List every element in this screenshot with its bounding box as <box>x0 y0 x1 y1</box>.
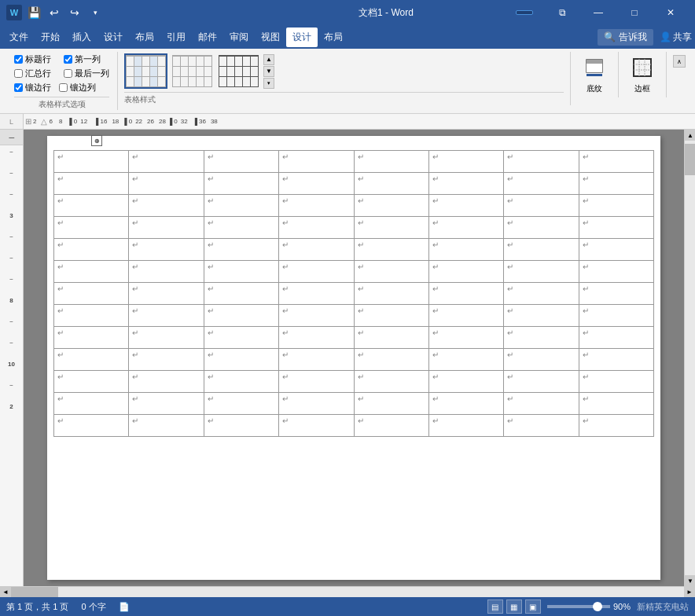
table-cell[interactable]: ↵ <box>504 173 579 195</box>
scroll-down-button[interactable]: ▼ <box>685 575 695 586</box>
table-cell[interactable]: ↵ <box>428 261 503 283</box>
table-cell[interactable]: ↵ <box>579 173 653 195</box>
table-cell[interactable]: ↵ <box>504 415 579 437</box>
checkbox-banded-cols[interactable]: 镶边列 <box>59 82 96 94</box>
table-cell[interactable]: ↵ <box>579 261 653 283</box>
table-cell[interactable]: ↵ <box>354 349 428 371</box>
table-cell[interactable]: ↵ <box>504 371 579 393</box>
checkbox-banded-rows[interactable]: 镶边行 <box>14 82 51 94</box>
table-cell[interactable]: ↵ <box>204 239 278 261</box>
table-cell[interactable]: ↵ <box>279 415 354 437</box>
table-cell[interactable]: ↵ <box>54 415 129 437</box>
shading-button[interactable]: 底纹 <box>579 53 610 97</box>
table-cell[interactable]: ↵ <box>579 217 653 239</box>
table-cell[interactable]: ↵ <box>428 239 503 261</box>
table-cell[interactable]: ↵ <box>428 217 503 239</box>
table-cell[interactable]: ↵ <box>354 327 428 349</box>
table-cell[interactable]: ↵ <box>504 305 579 327</box>
table-cell[interactable]: ↵ <box>129 305 204 327</box>
table-cell[interactable]: ↵ <box>354 173 428 195</box>
menu-layout[interactable]: 布局 <box>129 28 160 47</box>
table-cell[interactable]: ↵ <box>579 195 653 217</box>
ruler-minus-button[interactable]: − <box>0 130 23 145</box>
view-btn-3[interactable]: ▣ <box>525 600 541 614</box>
menu-design[interactable]: 设计 <box>97 28 129 47</box>
quick-access-dropdown[interactable]: ▾ <box>86 4 104 21</box>
table-cell[interactable]: ↵ <box>504 195 579 217</box>
table-cell[interactable]: ↵ <box>54 349 129 371</box>
table-cell[interactable]: ↵ <box>204 349 278 371</box>
table-cell[interactable]: ↵ <box>129 327 204 349</box>
table-cell[interactable]: ↵ <box>129 239 204 261</box>
table-cell[interactable]: ↵ <box>129 283 204 305</box>
save-button[interactable]: 💾 <box>25 4 42 21</box>
view-btn-2[interactable]: ▦ <box>506 600 522 614</box>
table-cell[interactable]: ↵ <box>354 217 428 239</box>
table-cell[interactable]: ↵ <box>129 371 204 393</box>
table-cell[interactable]: ↵ <box>504 327 579 349</box>
ribbon-collapse-button[interactable]: ∧ <box>673 55 686 68</box>
table-cell[interactable]: ↵ <box>428 305 503 327</box>
table-cell[interactable]: ↵ <box>204 393 278 415</box>
table-cell[interactable]: ↵ <box>204 151 278 173</box>
table-cell[interactable]: ↵ <box>204 195 278 217</box>
window-minimize-button[interactable]: — <box>580 0 616 25</box>
table-cell[interactable]: ↵ <box>428 283 503 305</box>
table-cell[interactable]: ↵ <box>579 393 653 415</box>
share-button[interactable]: 👤 共享 <box>660 31 692 44</box>
table-cell[interactable]: ↵ <box>279 327 354 349</box>
table-cell[interactable]: ↵ <box>204 261 278 283</box>
table-cell[interactable]: ↵ <box>129 151 204 173</box>
table-cell[interactable]: ↵ <box>579 151 653 173</box>
table-cell[interactable]: ↵ <box>279 349 354 371</box>
table-cell[interactable]: ↵ <box>54 151 129 173</box>
login-button[interactable] <box>516 10 533 15</box>
table-cell[interactable]: ↵ <box>354 393 428 415</box>
table-cell[interactable]: ↵ <box>504 349 579 371</box>
table-cell[interactable]: ↵ <box>354 283 428 305</box>
table-cell[interactable]: ↵ <box>504 393 579 415</box>
table-cell[interactable]: ↵ <box>354 239 428 261</box>
menu-insert[interactable]: 插入 <box>66 28 97 47</box>
table-cell[interactable]: ↵ <box>354 261 428 283</box>
ruler-corner[interactable]: L <box>0 114 24 130</box>
table-cell[interactable]: ↵ <box>54 261 129 283</box>
table-cell[interactable]: ↵ <box>54 393 129 415</box>
table-cell[interactable]: ↵ <box>204 217 278 239</box>
table-cell[interactable]: ↵ <box>129 195 204 217</box>
window-maximize-button[interactable]: □ <box>616 0 653 25</box>
hscroll-left-button[interactable]: ◄ <box>0 587 11 598</box>
table-cell[interactable]: ↵ <box>279 261 354 283</box>
zoom-thumb[interactable] <box>593 602 602 611</box>
table-cell[interactable]: ↵ <box>354 195 428 217</box>
table-cell[interactable]: ↵ <box>204 305 278 327</box>
table-cell[interactable]: ↵ <box>279 151 354 173</box>
table-cell[interactable]: ↵ <box>579 283 653 305</box>
table-cell[interactable]: ↵ <box>428 327 503 349</box>
table-cell[interactable]: ↵ <box>129 393 204 415</box>
border-button[interactable]: 边框 <box>627 53 658 97</box>
menu-view[interactable]: 视图 <box>255 28 286 47</box>
table-style-1[interactable] <box>124 53 167 89</box>
table-cell[interactable]: ↵ <box>428 173 503 195</box>
table-cell[interactable]: ↵ <box>579 415 653 437</box>
table-cell[interactable]: ↵ <box>204 173 278 195</box>
table-cell[interactable]: ↵ <box>129 415 204 437</box>
table-cell[interactable]: ↵ <box>204 327 278 349</box>
table-cell[interactable]: ↵ <box>428 151 503 173</box>
table-cell[interactable]: ↵ <box>54 371 129 393</box>
table-cell[interactable]: ↵ <box>129 349 204 371</box>
table-cell[interactable]: ↵ <box>54 173 129 195</box>
checkbox-total-row[interactable]: 汇总行 <box>14 68 51 79</box>
scroll-up-button[interactable]: ▲ <box>685 130 695 141</box>
table-cell[interactable]: ↵ <box>279 217 354 239</box>
table-cell[interactable]: ↵ <box>428 195 503 217</box>
table-cell[interactable]: ↵ <box>279 173 354 195</box>
table-cell[interactable]: ↵ <box>428 393 503 415</box>
vertical-scrollbar[interactable]: ▲ ▼ <box>684 130 695 586</box>
table-cell[interactable]: ↵ <box>279 371 354 393</box>
table-cell[interactable]: ↵ <box>279 305 354 327</box>
table-cell[interactable]: ↵ <box>54 239 129 261</box>
table-cell[interactable]: ↵ <box>54 217 129 239</box>
tell-me-search[interactable]: 🔍 告诉我 <box>598 29 653 46</box>
